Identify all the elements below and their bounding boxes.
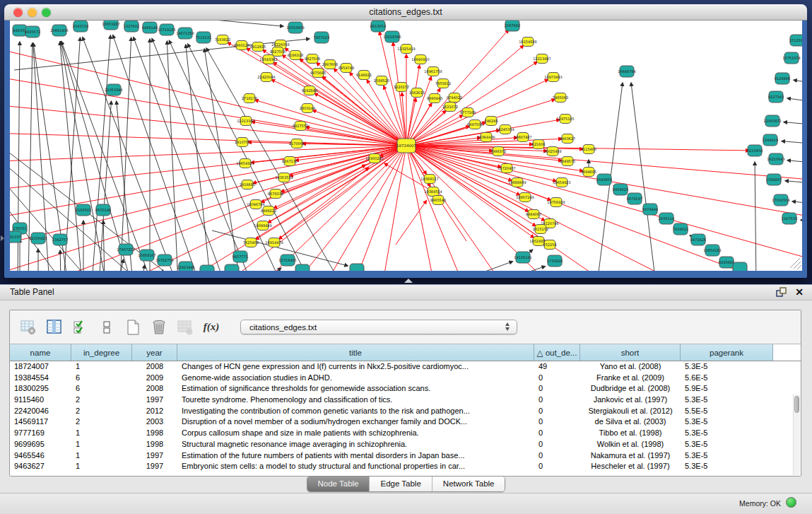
graph-node[interactable]: 17016504: [772, 194, 789, 206]
graph-node[interactable]: 1327602: [124, 21, 139, 32]
graph-node[interactable]: 19756928: [547, 198, 565, 207]
network-canvas[interactable]: 1872400718300295193845541456911794655467…: [10, 21, 802, 271]
network-file-select[interactable]: citations_edges.txt: [240, 320, 517, 334]
graph-node[interactable]: 2935114: [659, 213, 674, 224]
table-row[interactable]: 1872400712008Changes of HCN gene express…: [10, 361, 801, 373]
graph-node[interactable]: 16782759: [155, 255, 173, 266]
graph-node[interactable]: 9498222: [261, 206, 276, 216]
tab-edge-table[interactable]: Edge Table: [369, 477, 431, 491]
graph-node[interactable]: 9827508: [305, 54, 320, 64]
graph-node[interactable]: 9794022: [447, 93, 462, 103]
node-table-body[interactable]: 1872400712008Changes of HCN gene express…: [10, 361, 801, 472]
graph-node[interactable]: 9777169: [460, 108, 476, 117]
graph-node[interactable]: 1615152: [533, 225, 548, 234]
graph-node[interactable]: 19654925: [236, 159, 254, 168]
table-row[interactable]: 911546021997Tourette syndrome. Phenomeno…: [10, 395, 801, 406]
table-panel-header[interactable]: Table Panel ✕: [0, 284, 812, 300]
graph-node[interactable]: 8186328: [288, 51, 303, 60]
graph-node[interactable]: 9227343: [768, 91, 784, 103]
column-header-in_degree[interactable]: in_degree: [71, 344, 132, 361]
graph-node[interactable]: 19384554: [424, 187, 442, 197]
function-builder-icon[interactable]: f(x): [203, 319, 220, 336]
graph-node[interactable]: 16648794: [618, 66, 635, 77]
graph-node[interactable]: 7485063: [553, 93, 568, 103]
table-row[interactable]: 1830029562008Estimation of significance …: [10, 383, 801, 395]
graph-node[interactable]: 16640910: [411, 55, 429, 64]
graph-node[interactable]: 8215958: [747, 145, 763, 156]
graph-node[interactable]: 8267130: [282, 157, 298, 166]
column-select-icon[interactable]: [46, 319, 63, 336]
graph-node[interactable]: 8427552: [293, 122, 308, 131]
graph-node[interactable]: 15718485: [278, 255, 296, 266]
graph-node[interactable]: 8912935: [250, 42, 266, 52]
graph-node[interactable]: 1640954: [596, 174, 612, 185]
table-row[interactable]: 946362711997Embryonic stem cells: a mode…: [10, 461, 801, 472]
graph-node[interactable]: [295, 264, 310, 271]
graph-node[interactable]: 16245354: [496, 125, 514, 134]
graph-node[interactable]: 9474444: [642, 204, 658, 215]
graph-node[interactable]: [225, 264, 239, 271]
graph-node[interactable]: 8860128: [234, 41, 249, 50]
graph-node[interactable]: 7857223: [314, 32, 329, 43]
graph-node[interactable]: 9699695: [581, 168, 596, 177]
graph-node[interactable]: 9245682: [719, 257, 734, 268]
stacked-rows-icon[interactable]: [98, 319, 115, 336]
graph-node[interactable]: 10654182: [703, 245, 721, 256]
graph-node[interactable]: 7986372: [490, 147, 506, 156]
graph-node[interactable]: 16210643: [767, 153, 784, 165]
table-row[interactable]: 2242004622012Investigating the contribut…: [10, 406, 801, 417]
graph-node[interactable]: 9984067: [526, 210, 541, 219]
graph-node[interactable]: 12156823: [29, 233, 47, 244]
resize-grip-icon[interactable]: [790, 258, 801, 269]
graph-node[interactable]: 3220157: [394, 83, 409, 92]
column-header-out_de[interactable]: △ out_de...: [534, 344, 580, 361]
graph-node[interactable]: 12213987: [533, 54, 551, 64]
graph-node[interactable]: 9990443: [427, 94, 442, 103]
graph-node[interactable]: 15751074: [782, 52, 800, 64]
graph-node[interactable]: 2043719: [73, 21, 88, 32]
table-row[interactable]: 1938455462009Genome-wide association stu…: [10, 373, 801, 384]
table-row[interactable]: 946554611997Estimation of the future num…: [10, 450, 801, 462]
graph-node[interactable]: 16154838: [519, 37, 536, 47]
vertical-scrollbar[interactable]: [793, 395, 800, 475]
graph-node[interactable]: 7625402: [243, 238, 259, 247]
graph-node[interactable]: 1621072: [442, 103, 458, 112]
graph-node[interactable]: 2160591: [76, 204, 91, 216]
graph-node[interactable]: 9465546: [430, 196, 446, 205]
delete-icon[interactable]: [151, 319, 167, 336]
graph-node[interactable]: 18724007: [396, 139, 416, 153]
minimize-window-icon[interactable]: [28, 8, 37, 17]
column-header-year[interactable]: year: [132, 344, 177, 361]
close-window-icon[interactable]: [13, 8, 23, 17]
graph-node[interactable]: 14671358: [176, 28, 194, 39]
graph-node[interactable]: 10688609: [508, 178, 526, 187]
graph-node[interactable]: 12975185: [556, 115, 574, 124]
graph-node[interactable]: 9146821: [356, 71, 372, 80]
graph-node[interactable]: 18807249: [516, 193, 534, 202]
graph-node[interactable]: 1733426: [547, 255, 563, 267]
graph-node[interactable]: 2718176: [242, 94, 257, 103]
graph-node[interactable]: 9857771: [233, 251, 248, 262]
table-row[interactable]: 977716911998Corpus callosum shape and si…: [10, 428, 801, 439]
graph-node[interactable]: 13218586: [383, 31, 401, 42]
graph-node[interactable]: 2170066: [289, 139, 305, 148]
graph-node[interactable]: 10719185: [158, 24, 175, 35]
graph-node[interactable]: 8678334: [268, 189, 283, 199]
graph-node[interactable]: 2087682: [505, 21, 520, 31]
close-panel-icon[interactable]: ✕: [795, 286, 804, 298]
graph-node[interactable]: [200, 265, 214, 271]
graph-node[interactable]: 7632621: [673, 223, 688, 235]
network-window-titlebar[interactable]: citations_edges.txt: [4, 4, 807, 21]
graph-node[interactable]: 19654923: [553, 178, 570, 187]
node-table-header[interactable]: namein_degreeyeartitle△ out_de...shortpa…: [10, 344, 801, 361]
graph-node[interactable]: 9115460: [581, 145, 596, 154]
column-header-pagerank[interactable]: pagerank: [681, 344, 773, 361]
graph-node[interactable]: 21053346: [105, 84, 122, 95]
tab-network-table[interactable]: Network Table: [432, 477, 505, 491]
scrollbar-thumb[interactable]: [794, 396, 799, 413]
graph-node[interactable]: 6466140: [142, 22, 158, 33]
graph-node[interactable]: 6497508: [467, 120, 483, 129]
graph-node[interactable]: 16046766: [247, 200, 264, 209]
graph-node[interactable]: 16914479: [265, 238, 283, 247]
column-header-title[interactable]: title: [177, 344, 534, 361]
